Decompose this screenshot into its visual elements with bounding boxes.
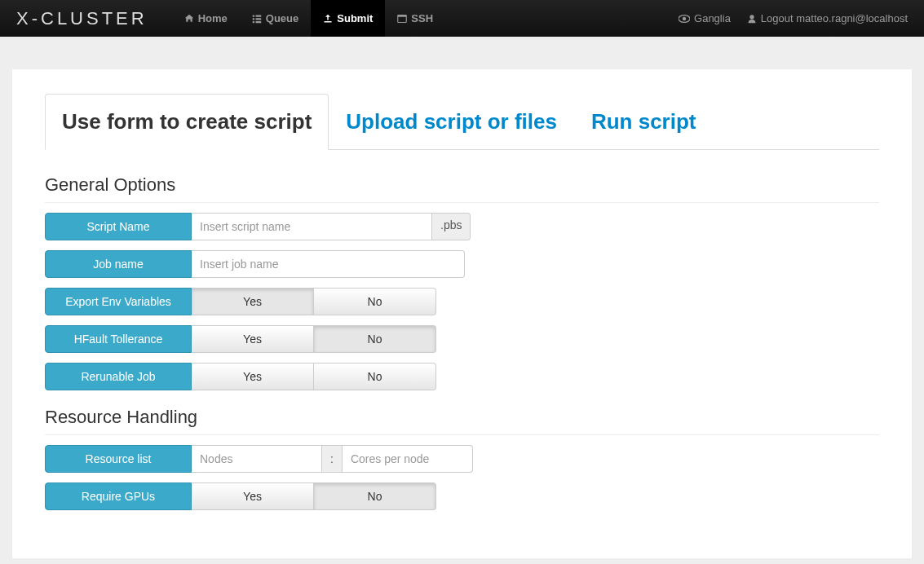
row-job-name: Job name xyxy=(45,250,879,278)
terminal-icon xyxy=(397,14,407,24)
row-export-env: Export Env Variables Yes No xyxy=(45,288,879,315)
export-env-yes[interactable]: Yes xyxy=(192,288,314,315)
section-general-options: General Options xyxy=(45,174,879,203)
rerunable-yes[interactable]: Yes xyxy=(192,363,314,390)
svg-rect-4 xyxy=(253,21,254,23)
nav-submit[interactable]: Submit xyxy=(311,0,385,37)
input-job-name[interactable] xyxy=(192,250,465,278)
svg-point-10 xyxy=(749,15,754,19)
upload-icon xyxy=(323,14,333,24)
tab-upload[interactable]: Upload script or files xyxy=(329,94,574,150)
svg-point-9 xyxy=(683,16,686,20)
home-icon xyxy=(184,14,194,24)
hfault-no[interactable]: No xyxy=(314,325,436,353)
section-resource-handling: Resource Handling xyxy=(45,407,879,435)
label-hfault: HFault Tollerance xyxy=(45,325,192,353)
input-nodes[interactable] xyxy=(192,445,322,473)
require-gpus-yes[interactable]: Yes xyxy=(192,482,314,510)
svg-rect-5 xyxy=(255,21,261,23)
brand-logo: X-CLUSTER xyxy=(16,8,148,29)
label-rerunable: Rerunable Job xyxy=(45,363,192,390)
row-resource-list: Resource list : xyxy=(45,445,879,473)
rerunable-no[interactable]: No xyxy=(314,363,436,390)
eye-icon xyxy=(679,15,690,23)
toggle-rerunable: Yes No xyxy=(192,363,436,390)
label-export-env: Export Env Variables xyxy=(45,288,192,315)
svg-rect-3 xyxy=(255,18,261,20)
nav-home[interactable]: Home xyxy=(172,0,240,37)
row-script-name: Script Name .pbs xyxy=(45,213,879,240)
nav-logout[interactable]: Logout matteo.ragni@localhost xyxy=(747,12,908,24)
label-job-name: Job name xyxy=(45,250,192,278)
nav-submit-label: Submit xyxy=(337,12,373,24)
navbar: X-CLUSTER Home Queue Submit SSH xyxy=(0,0,924,37)
resource-sep: : xyxy=(322,445,343,473)
nav-logout-label: Logout matteo.ragni@localhost xyxy=(761,12,908,24)
svg-rect-2 xyxy=(253,18,254,20)
tabs: Use form to create script Upload script … xyxy=(45,94,879,150)
nav-ganglia-label: Ganglia xyxy=(694,12,731,24)
export-env-no[interactable]: No xyxy=(314,288,436,315)
input-cores[interactable] xyxy=(343,445,473,473)
nav-queue-label: Queue xyxy=(266,12,298,24)
list-icon xyxy=(252,14,262,24)
row-require-gpus: Require GPUs Yes No xyxy=(45,482,879,510)
hfault-yes[interactable]: Yes xyxy=(192,325,314,353)
main-container: Use form to create script Upload script … xyxy=(12,69,912,558)
nav-items: Home Queue Submit SSH xyxy=(172,0,445,37)
user-icon xyxy=(747,14,757,24)
nav-ssh[interactable]: SSH xyxy=(385,0,445,37)
nav-ganglia[interactable]: Ganglia xyxy=(679,12,731,24)
tab-run[interactable]: Run script xyxy=(574,94,714,150)
nav-home-label: Home xyxy=(198,12,228,24)
label-script-name: Script Name xyxy=(45,213,192,240)
row-rerunable: Rerunable Job Yes No xyxy=(45,363,879,390)
tab-form[interactable]: Use form to create script xyxy=(45,94,329,150)
toggle-require-gpus: Yes No xyxy=(192,482,436,510)
toggle-hfault: Yes No xyxy=(192,325,436,353)
nav-queue[interactable]: Queue xyxy=(240,0,311,37)
addon-pbs: .pbs xyxy=(432,213,471,240)
svg-rect-1 xyxy=(255,15,261,16)
label-require-gpus: Require GPUs xyxy=(45,482,192,510)
row-hfault: HFault Tollerance Yes No xyxy=(45,325,879,353)
nav-right: Ganglia Logout matteo.ragni@localhost xyxy=(679,12,908,24)
nav-ssh-label: SSH xyxy=(411,12,433,24)
svg-rect-0 xyxy=(253,15,254,16)
toggle-export-env: Yes No xyxy=(192,288,436,315)
label-resource-list: Resource list xyxy=(45,445,192,473)
svg-rect-7 xyxy=(398,15,407,16)
input-script-name[interactable] xyxy=(192,213,432,240)
require-gpus-no[interactable]: No xyxy=(314,482,436,510)
